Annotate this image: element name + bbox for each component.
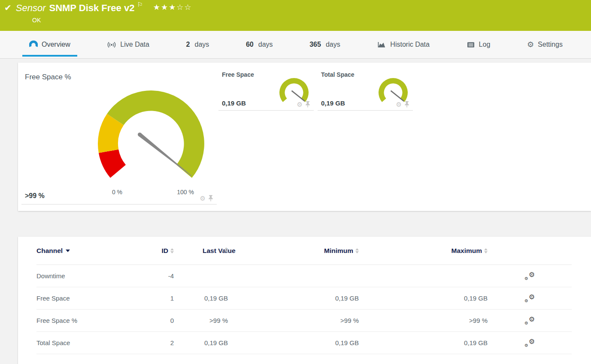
channel-settings-gear-icon[interactable]: ⚙ [297, 101, 303, 108]
tab-label: days [326, 41, 340, 48]
gauge-tile-free-space: Free Space 0,19 GB ⚙ [218, 63, 314, 111]
tab-label: Overview [42, 41, 70, 48]
channels-panel: Channel ID Last Value Minimum Maximum Do… [18, 237, 591, 364]
tab-bar: Overview Live Data 2 days 60 days 365 da… [0, 31, 591, 59]
channel-name: Free Space % [36, 317, 144, 324]
gauge-title: Free Space [222, 71, 254, 78]
tab-label: Log [479, 41, 491, 48]
sort-arrows-icon [170, 248, 174, 253]
tab-label: Live Data [120, 41, 149, 48]
pin-icon[interactable] [404, 101, 409, 108]
pin-icon[interactable] [305, 101, 310, 108]
tab-2-days[interactable]: 2 days [184, 31, 212, 58]
channel-minimum: 0,19 GB [228, 339, 359, 346]
channel-last-value: 0,19 GB [174, 295, 228, 302]
column-header-last-value[interactable]: Last Value [174, 247, 228, 255]
channel-name: Downtime [36, 272, 144, 280]
object-kind-label: Sensor [16, 3, 46, 14]
status-badge: OK [32, 17, 41, 24]
gauge-max-label: 100 % [177, 189, 194, 196]
channel-minimum: >99 % [228, 317, 359, 324]
channel-settings-gears-icon[interactable]: ⚙⚙ [524, 338, 535, 348]
channel-maximum: 0,19 GB [359, 295, 488, 302]
channel-table-header: Channel ID Last Value Minimum Maximum [36, 237, 572, 265]
channel-id: 0 [144, 317, 174, 324]
status-ok-check-icon: ✔ [4, 3, 12, 13]
gauge-value: >99 % [25, 192, 45, 200]
log-icon [467, 40, 475, 49]
rating-stars[interactable]: ★★★☆☆ [153, 3, 192, 12]
channel-maximum: 0,19 GB [359, 339, 488, 346]
tab-settings[interactable]: ⚙ Settings [524, 31, 565, 58]
tab-label: days [258, 41, 273, 48]
tab-log[interactable]: Log [464, 31, 493, 58]
channel-name: Total Space [36, 339, 144, 346]
column-header-channel[interactable]: Channel [36, 247, 144, 255]
tab-day-count: 365 [309, 41, 321, 48]
tab-label: Historic Data [390, 41, 430, 48]
tab-365-days[interactable]: 365 days [307, 31, 343, 58]
channel-settings-gears-icon[interactable]: ⚙⚙ [524, 316, 535, 325]
free-space-percent-gauge [21, 63, 217, 205]
channel-settings-gears-icon[interactable]: ⚙⚙ [524, 271, 535, 281]
tab-day-count: 2 [186, 41, 190, 48]
tab-label: days [195, 41, 209, 48]
flag-icon[interactable]: ⚐ [137, 2, 142, 8]
channel-settings-gear-icon[interactable]: ⚙ [200, 195, 206, 202]
pin-icon[interactable] [208, 195, 213, 202]
histogram-icon [377, 40, 386, 49]
column-header-maximum[interactable]: Maximum [359, 247, 488, 255]
channel-maximum: >99 % [359, 317, 488, 324]
channel-settings-gears-icon[interactable]: ⚙⚙ [524, 294, 535, 303]
channel-last-value: 0,19 GB [174, 339, 228, 346]
channel-table: Channel ID Last Value Minimum Maximum Do… [18, 237, 591, 354]
tab-overview[interactable]: Overview [27, 31, 73, 58]
column-header-minimum[interactable]: Minimum [228, 247, 359, 255]
sort-arrows-icon [224, 247, 228, 253]
channel-id: 1 [144, 295, 174, 302]
channel-name: Free Space [36, 295, 144, 302]
gauge-value: 0,19 GB [321, 99, 345, 107]
gear-icon: ⚙ [527, 41, 534, 48]
gauges-panel: Free Space % 0 % 100 % >99 % ⚙ Free Spac… [18, 63, 591, 211]
channel-id: -4 [144, 272, 174, 280]
tab-historic-data[interactable]: Historic Data [374, 31, 432, 58]
page-title: SNMP Disk Free v2 [49, 3, 134, 14]
gauge-title: Total Space [321, 71, 355, 78]
gauge-tile-total-space: Total Space 0,19 GB ⚙ [318, 63, 413, 111]
sort-arrows-icon [355, 248, 359, 253]
gauge-min-label: 0 % [112, 189, 122, 196]
tab-day-count: 60 [246, 41, 254, 48]
channel-id: 2 [144, 339, 174, 346]
sensor-header: ✔ Sensor SNMP Disk Free v2 ⚐ ★★★☆☆ OK [0, 0, 591, 31]
channel-minimum: 0,19 GB [228, 295, 359, 302]
tab-live-data[interactable]: Live Data [104, 31, 152, 58]
channel-settings-gear-icon[interactable]: ⚙ [396, 101, 402, 108]
sort-caret-icon [66, 250, 70, 252]
live-data-icon [107, 40, 116, 49]
table-row-total-space: Total Space 2 0,19 GB 0,19 GB 0,19 GB ⚙⚙ [36, 332, 572, 354]
column-header-id[interactable]: ID [144, 247, 174, 255]
channel-last-value: >99 % [174, 317, 228, 324]
tab-label: Settings [538, 41, 563, 48]
tab-60-days[interactable]: 60 days [243, 31, 276, 58]
gauge-icon [29, 40, 38, 49]
sort-arrows-icon [484, 248, 488, 253]
table-row-free-space-pct: Free Space % 0 >99 % >99 % >99 % ⚙⚙ [36, 310, 572, 332]
table-row-free-space: Free Space 1 0,19 GB 0,19 GB 0,19 GB ⚙⚙ [36, 287, 572, 310]
gauge-tile-free-space-pct: Free Space % 0 % 100 % >99 % ⚙ [21, 63, 217, 205]
table-row-downtime: Downtime -4 ⚙⚙ [36, 265, 572, 287]
gauge-value: 0,19 GB [222, 99, 246, 107]
